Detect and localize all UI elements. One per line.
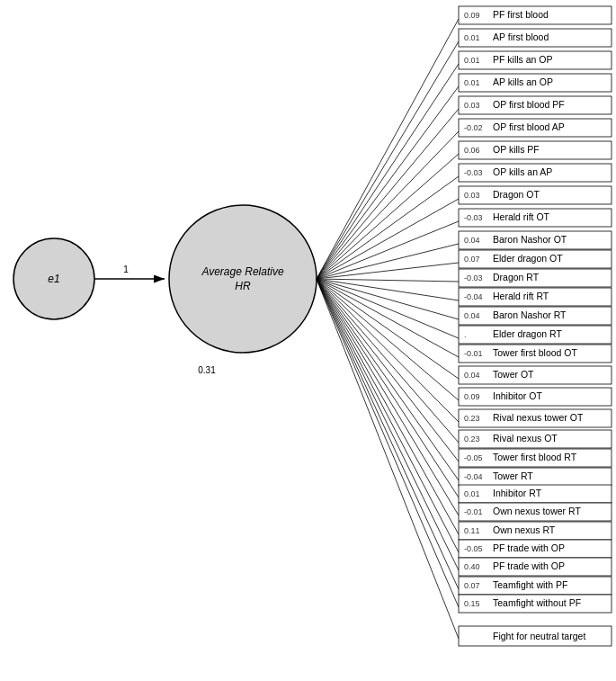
box-17 xyxy=(459,366,612,384)
coef-6: 0.06 xyxy=(464,146,480,155)
coef-23: 0.01 xyxy=(464,489,480,498)
label-24: Own nexus tower RT xyxy=(493,506,581,516)
line-6 xyxy=(317,154,459,279)
coef-4: 0.03 xyxy=(464,101,480,110)
coef-26: -0.05 xyxy=(464,544,483,553)
line-23 xyxy=(317,279,459,497)
label-15: Elder dragon RT xyxy=(493,328,562,339)
coef-24: -0.01 xyxy=(464,507,483,516)
label-21: Tower first blood RT xyxy=(493,452,577,462)
line-19 xyxy=(317,279,459,422)
coef-25: 0.11 xyxy=(464,526,480,535)
label-10: Baron Nashor OT xyxy=(493,234,567,245)
label-26: PF trade with OP xyxy=(493,542,565,553)
coef-13: -0.04 xyxy=(464,292,483,301)
label-27: PF trade with OP xyxy=(493,560,565,571)
coef-19: 0.23 xyxy=(464,414,480,423)
coef-9: -0.03 xyxy=(464,213,483,222)
label-12: Dragon RT xyxy=(493,272,540,282)
coef-22: -0.04 xyxy=(464,472,483,481)
label-2: PF kills an OP xyxy=(493,54,553,65)
label-25: Own nexus RT xyxy=(493,524,556,535)
coef-29: 0.15 xyxy=(464,599,480,608)
coef-10: 0.04 xyxy=(464,236,480,245)
coef-1: 0.01 xyxy=(464,33,480,42)
label-8: Dragon OT xyxy=(493,189,540,200)
line-30 xyxy=(317,279,459,639)
line-16 xyxy=(317,279,459,357)
coef-5: -0.02 xyxy=(464,123,483,132)
line-7 xyxy=(317,176,459,279)
coef-20: 0.23 xyxy=(464,435,480,444)
variance-coef-label: 0.31 xyxy=(198,365,216,375)
coef-8: 0.03 xyxy=(464,191,480,200)
diagram-container: e1 1 Average Relative HR 0.31 0.09 PF fi… xyxy=(0,0,616,681)
label-23: Inhibitor RT xyxy=(493,488,542,498)
coef-15: . xyxy=(464,330,467,339)
coef-27: 0.40 xyxy=(464,562,480,571)
coef-0: 0.09 xyxy=(464,11,480,20)
coef-3: 0.01 xyxy=(464,78,480,87)
line-11 xyxy=(317,263,459,279)
label-7: OP kills an AP xyxy=(493,166,552,177)
line-10 xyxy=(317,244,459,279)
coef-14: 0.04 xyxy=(464,311,480,320)
line-20 xyxy=(317,279,459,443)
label-1: AP first blood xyxy=(493,31,549,42)
label-17: Tower OT xyxy=(493,369,534,380)
label-0: PF first blood xyxy=(493,9,549,20)
label-13: Herald rift RT xyxy=(493,291,549,301)
coef-28: 0.07 xyxy=(464,581,480,590)
coef-18: 0.09 xyxy=(464,392,480,401)
label-14: Baron Nashor RT xyxy=(493,309,567,320)
coef-16: -0.01 xyxy=(464,349,483,358)
coef-21: -0.05 xyxy=(464,453,483,462)
line-26 xyxy=(317,279,459,552)
line-29 xyxy=(317,279,459,607)
avg-hr-label-line1: Average Relative xyxy=(201,265,283,278)
line-1 xyxy=(317,41,459,279)
line-25 xyxy=(317,279,459,534)
label-19: Rival nexus tower OT xyxy=(493,412,584,423)
line-5 xyxy=(317,131,459,279)
label-16: Tower first blood OT xyxy=(493,347,578,358)
label-22: Tower RT xyxy=(493,470,533,481)
e1-label: e1 xyxy=(48,273,59,285)
avg-hr-circle xyxy=(169,205,317,353)
label-3: AP kills an OP xyxy=(493,76,553,87)
coef-12: -0.03 xyxy=(464,273,483,282)
label-5: OP first blood AP xyxy=(493,121,565,132)
line-2 xyxy=(317,64,459,279)
label-6: OP kills PF xyxy=(493,144,540,155)
label-20: Rival nexus OT xyxy=(493,433,558,444)
label-9: Herald rift OT xyxy=(493,211,550,222)
coef-2: 0.01 xyxy=(464,56,480,65)
label-4: OP first blood PF xyxy=(493,99,565,110)
label-30: Fight for neutral target xyxy=(493,631,585,641)
label-18: Inhibitor OT xyxy=(493,390,542,401)
label-11: Elder dragon OT xyxy=(493,253,563,264)
line-12 xyxy=(317,279,459,282)
coef-17: 0.04 xyxy=(464,371,480,380)
coef-11: 0.07 xyxy=(464,255,480,264)
line-22 xyxy=(317,279,459,480)
coef-7: -0.03 xyxy=(464,168,483,177)
line-27 xyxy=(317,279,459,570)
label-28: Teamfight with PF xyxy=(493,579,567,590)
line-8 xyxy=(317,199,459,279)
line-4 xyxy=(317,109,459,279)
arrow-coef-label: 1 xyxy=(123,264,129,274)
line-0 xyxy=(317,19,459,279)
label-29: Teamfight without PF xyxy=(493,597,581,608)
line-14 xyxy=(317,279,459,319)
line-24 xyxy=(317,279,459,515)
avg-hr-label-line2: HR xyxy=(235,280,251,292)
